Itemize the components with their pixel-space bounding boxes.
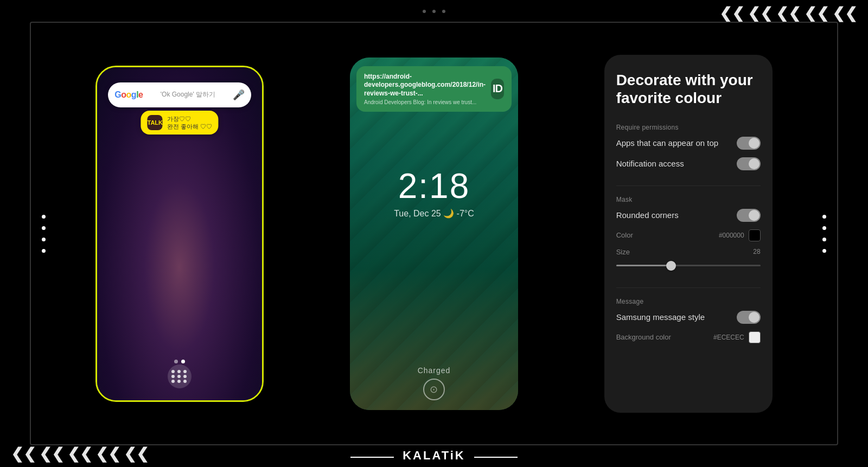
clock-display: 2:18 [350, 166, 518, 206]
dots-right-decoration [822, 215, 826, 253]
chevron-icon: ❮❮ [748, 4, 773, 22]
dots-left-decoration [42, 215, 46, 253]
bg-color-label: Background color [616, 333, 671, 341]
phone-2-mockup: https://android-developers.googleblog.co… [350, 57, 518, 410]
color-setting-label: Color [616, 231, 633, 239]
google-logo: Google [114, 90, 143, 100]
page-indicator [174, 360, 185, 363]
chevron-icon: ❮❮ [776, 4, 801, 22]
notification-url: https://android-developers.googleblog.co… [364, 73, 486, 98]
fingerprint-icon[interactable]: ⊙ [423, 379, 445, 400]
color-swatch[interactable] [749, 229, 761, 241]
slider-fill [616, 265, 674, 266]
kakao-app-icon: TALK [148, 115, 163, 130]
apps-on-top-label: Apps that can appear on top [616, 138, 718, 148]
page-dot-active [181, 360, 185, 363]
permissions-section-label: Require permissions [616, 124, 761, 131]
size-value: 28 [753, 248, 760, 255]
toggle-knob [749, 210, 760, 221]
apps-on-top-row: Apps that can appear on top [616, 137, 761, 150]
kakao-message: 가장♡♡ 완전 좋아해 ♡♡ [167, 115, 212, 131]
kakao-notification: TALK 가장♡♡ 완전 좋아해 ♡♡ [141, 111, 219, 135]
color-value-group: #000000 [719, 229, 761, 241]
color-row: Color #000000 [616, 229, 761, 241]
brand-dash-right [474, 457, 518, 458]
chevron-icon: ❮❮ [719, 4, 744, 22]
lock-screen-time: 2:18 Tue, Dec 25 🌙 -7°C [350, 166, 518, 219]
brand-dash-left [350, 457, 394, 458]
date-display: Tue, Dec 25 🌙 -7°C [350, 208, 518, 219]
color-hex-value: #000000 [719, 232, 744, 239]
apps-grid-icon [171, 370, 188, 383]
top-dots-decoration [423, 10, 445, 13]
brand-name: KALATiK [403, 449, 465, 462]
notification-access-row: Notification access [616, 157, 761, 170]
notification-app-icon: ID [491, 79, 504, 99]
bg-color-hex-value: #ECECEC [713, 334, 744, 341]
mask-section: Mask Rounded corners Color #000000 Size … [616, 196, 761, 280]
message-section-label: Message [616, 298, 761, 305]
notification-access-toggle[interactable] [737, 157, 761, 170]
brand-bar: KALATiK [0, 449, 868, 463]
chevron-icon: ❮❮ [804, 4, 829, 22]
settings-title: Decorate with your favorite colour [616, 71, 761, 107]
bg-color-value-group: #ECECEC [713, 331, 761, 343]
microphone-icon[interactable]: 🎤 [233, 89, 245, 101]
browser-notification[interactable]: https://android-developers.googleblog.co… [356, 66, 512, 112]
google-bar-placeholder: 'Ok Google' 말하기 [143, 90, 233, 99]
apps-drawer-button[interactable] [168, 364, 192, 388]
bg-color-swatch[interactable] [749, 331, 761, 343]
notification-subtitle: Android Developers Blog: In reviews we t… [364, 99, 486, 105]
slider-track [616, 265, 761, 266]
samsung-style-row: Samsung message style [616, 311, 761, 324]
charged-status: Charged [350, 366, 518, 375]
section-divider-2 [616, 287, 761, 288]
mask-section-label: Mask [616, 196, 761, 203]
phone-1-mockup: Google 'Ok Google' 말하기 🎤 TALK 가장♡♡ 완전 좋아… [95, 66, 264, 402]
main-frame: Google 'Ok Google' 말하기 🎤 TALK 가장♡♡ 완전 좋아… [30, 22, 838, 445]
slider-thumb[interactable] [666, 261, 676, 271]
rounded-corners-label: Rounded corners [616, 210, 679, 220]
toggle-knob [749, 158, 760, 169]
samsung-style-toggle[interactable] [737, 311, 761, 324]
section-divider [616, 185, 761, 186]
size-slider[interactable] [616, 260, 761, 271]
message-section: Message Samsung message style Background… [616, 298, 761, 350]
samsung-style-label: Samsung message style [616, 312, 705, 322]
google-search-bar[interactable]: Google 'Ok Google' 말하기 🎤 [108, 82, 251, 107]
rounded-corners-toggle[interactable] [737, 209, 761, 222]
toggle-knob [749, 138, 760, 149]
bg-color-row: Background color #ECECEC [616, 331, 761, 343]
toggle-knob [749, 312, 760, 323]
notification-access-label: Notification access [616, 159, 684, 168]
page-dot [174, 360, 178, 363]
rounded-corners-row: Rounded corners [616, 209, 761, 222]
notification-content: https://android-developers.googleblog.co… [364, 73, 486, 106]
chevron-icon: ❮❮ [832, 4, 857, 22]
size-row: Size 28 [616, 248, 761, 256]
size-label: Size [616, 248, 630, 256]
apps-on-top-toggle[interactable] [737, 137, 761, 150]
phone-3-settings: Decorate with your favorite colour Requi… [604, 55, 773, 413]
